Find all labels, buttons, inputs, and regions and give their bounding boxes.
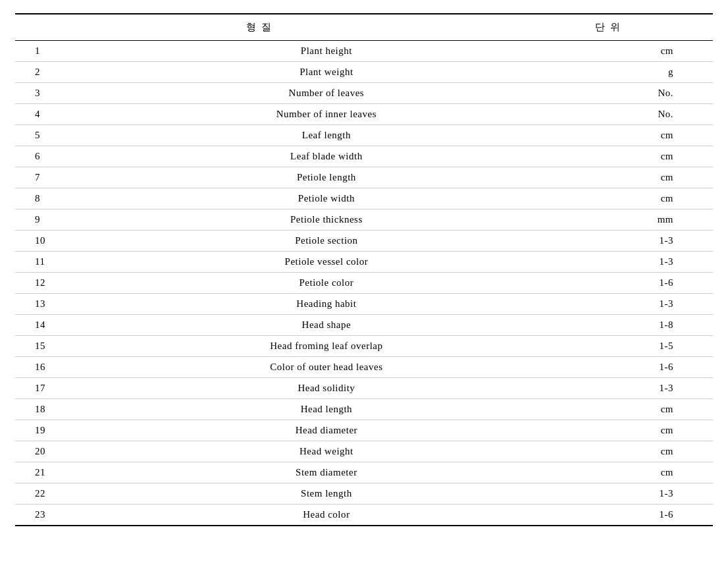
table-row: 20Head weightcm bbox=[15, 441, 713, 462]
row-number: 20 bbox=[15, 441, 149, 462]
row-unit: cm bbox=[504, 462, 713, 483]
row-number: 3 bbox=[15, 83, 149, 104]
row-trait: Stem length bbox=[149, 483, 504, 505]
table-row: 18Head lengthcm bbox=[15, 399, 713, 420]
row-unit: cm bbox=[504, 167, 713, 188]
table-row: 16Color of outer head leaves1-6 bbox=[15, 357, 713, 378]
row-unit: cm bbox=[504, 399, 713, 420]
row-number: 7 bbox=[15, 167, 149, 188]
table-row: 21Stem diametercm bbox=[15, 462, 713, 483]
table-row: 23Head color1-6 bbox=[15, 505, 713, 526]
row-trait: Number of inner leaves bbox=[149, 104, 504, 125]
row-unit: No. bbox=[504, 104, 713, 125]
row-unit: 1-3 bbox=[504, 483, 713, 505]
row-trait: Head froming leaf overlap bbox=[149, 336, 504, 357]
row-trait: Color of outer head leaves bbox=[149, 357, 504, 378]
row-trait: Stem diameter bbox=[149, 462, 504, 483]
traits-table: 형 질 단 위 1Plant heightcm2Plant weightg3Nu… bbox=[15, 13, 713, 526]
row-trait: Head diameter bbox=[149, 420, 504, 441]
table-row: 10Petiole section1-3 bbox=[15, 231, 713, 252]
row-number: 10 bbox=[15, 231, 149, 252]
row-number: 8 bbox=[15, 188, 149, 209]
table-row: 8Petiole widthcm bbox=[15, 188, 713, 209]
row-unit: 1-6 bbox=[504, 273, 713, 294]
row-trait: Number of leaves bbox=[149, 83, 504, 104]
row-number: 18 bbox=[15, 399, 149, 420]
row-unit: 1-3 bbox=[504, 294, 713, 315]
row-number: 19 bbox=[15, 420, 149, 441]
row-trait: Leaf length bbox=[149, 125, 504, 146]
row-unit: 1-3 bbox=[504, 378, 713, 399]
row-unit: 1-8 bbox=[504, 315, 713, 336]
table-row: 5Leaf lengthcm bbox=[15, 125, 713, 146]
row-trait: Head color bbox=[149, 505, 504, 526]
row-unit: 1-6 bbox=[504, 357, 713, 378]
row-unit: cm bbox=[504, 125, 713, 146]
row-trait: Petiole width bbox=[149, 188, 504, 209]
row-trait: Plant weight bbox=[149, 62, 504, 83]
row-trait: Head weight bbox=[149, 441, 504, 462]
row-trait: Petiole color bbox=[149, 273, 504, 294]
row-unit: 1-3 bbox=[504, 231, 713, 252]
row-number: 14 bbox=[15, 315, 149, 336]
row-number: 12 bbox=[15, 273, 149, 294]
row-unit: g bbox=[504, 62, 713, 83]
table-row: 6Leaf blade widthcm bbox=[15, 146, 713, 167]
row-number: 6 bbox=[15, 146, 149, 167]
row-number: 13 bbox=[15, 294, 149, 315]
table-row: 1Plant heightcm bbox=[15, 41, 713, 62]
row-unit: 1-3 bbox=[504, 252, 713, 273]
main-table-container: 형 질 단 위 1Plant heightcm2Plant weightg3Nu… bbox=[15, 13, 713, 526]
table-row: 19Head diametercm bbox=[15, 420, 713, 441]
row-number: 11 bbox=[15, 252, 149, 273]
table-row: 7Petiole lengthcm bbox=[15, 167, 713, 188]
row-trait: Petiole length bbox=[149, 167, 504, 188]
table-row: 4Number of inner leavesNo. bbox=[15, 104, 713, 125]
table-row: 14Head shape1-8 bbox=[15, 315, 713, 336]
row-number: 21 bbox=[15, 462, 149, 483]
row-trait: Petiole vessel color bbox=[149, 252, 504, 273]
unit-header: 단 위 bbox=[504, 14, 713, 41]
row-trait: Head solidity bbox=[149, 378, 504, 399]
row-unit: cm bbox=[504, 420, 713, 441]
row-number: 17 bbox=[15, 378, 149, 399]
row-number: 9 bbox=[15, 209, 149, 231]
table-row: 9Petiole thicknessmm bbox=[15, 209, 713, 231]
row-unit: mm bbox=[504, 209, 713, 231]
row-trait: Petiole section bbox=[149, 231, 504, 252]
trait-header: 형 질 bbox=[15, 14, 504, 41]
table-row: 15Head froming leaf overlap1-5 bbox=[15, 336, 713, 357]
row-number: 5 bbox=[15, 125, 149, 146]
table-row: 17Head solidity1-3 bbox=[15, 378, 713, 399]
row-number: 2 bbox=[15, 62, 149, 83]
row-number: 4 bbox=[15, 104, 149, 125]
table-row: 11Petiole vessel color1-3 bbox=[15, 252, 713, 273]
row-trait: Head length bbox=[149, 399, 504, 420]
row-trait: Heading habit bbox=[149, 294, 504, 315]
header-row: 형 질 단 위 bbox=[15, 14, 713, 41]
row-unit: cm bbox=[504, 41, 713, 62]
row-unit: cm bbox=[504, 146, 713, 167]
row-trait: Head shape bbox=[149, 315, 504, 336]
row-number: 23 bbox=[15, 505, 149, 526]
row-number: 22 bbox=[15, 483, 149, 505]
row-unit: cm bbox=[504, 441, 713, 462]
table-row: 3Number of leavesNo. bbox=[15, 83, 713, 104]
table-row: 2Plant weightg bbox=[15, 62, 713, 83]
row-trait: Petiole thickness bbox=[149, 209, 504, 231]
row-unit: No. bbox=[504, 83, 713, 104]
row-unit: cm bbox=[504, 188, 713, 209]
row-trait: Leaf blade width bbox=[149, 146, 504, 167]
row-unit: 1-5 bbox=[504, 336, 713, 357]
table-row: 22Stem length1-3 bbox=[15, 483, 713, 505]
table-row: 12Petiole color1-6 bbox=[15, 273, 713, 294]
table-row: 13Heading habit1-3 bbox=[15, 294, 713, 315]
row-unit: 1-6 bbox=[504, 505, 713, 526]
row-number: 15 bbox=[15, 336, 149, 357]
row-number: 1 bbox=[15, 41, 149, 62]
row-number: 16 bbox=[15, 357, 149, 378]
row-trait: Plant height bbox=[149, 41, 504, 62]
